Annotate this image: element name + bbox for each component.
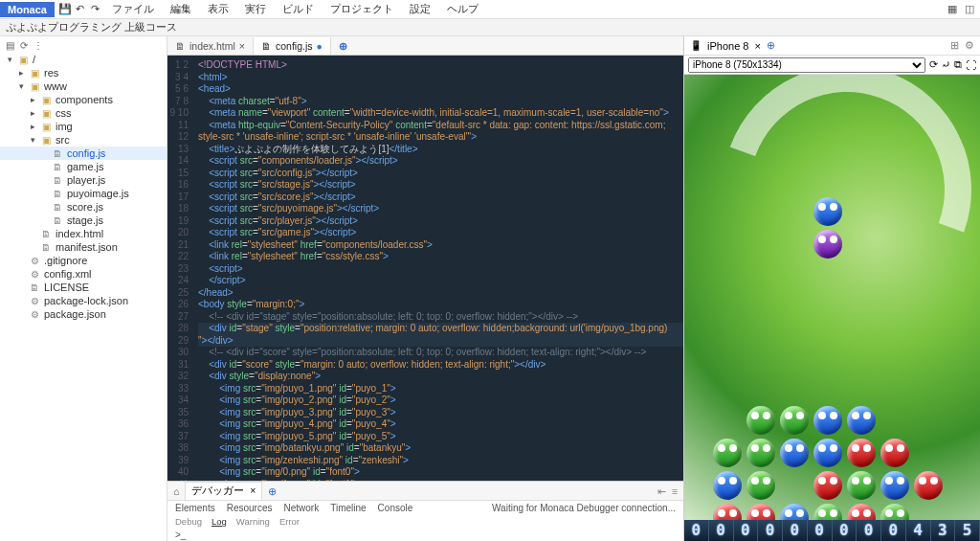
tree-item[interactable]: 🗎player.js: [0, 173, 167, 187]
bottom-panel: ⌂ デバッガー × ⊕ ⇤ ≡ ElementsResourcesNetwork…: [167, 481, 683, 541]
preview-tab-label[interactable]: iPhone 8: [707, 40, 748, 52]
puyo-blue: [780, 439, 809, 467]
tab-add[interactable]: ⊕: [331, 37, 355, 55]
tree-more-icon[interactable]: ⋮: [33, 40, 43, 51]
devtool-tab[interactable]: Network: [284, 503, 320, 513]
tree-item[interactable]: ⚙package.json: [0, 307, 167, 321]
score-digit: 0: [808, 520, 833, 541]
close-icon[interactable]: ×: [250, 485, 256, 496]
settings-icon[interactable]: ⚙: [965, 39, 974, 52]
console-prompt[interactable]: >_: [175, 530, 186, 540]
tree-item[interactable]: 🗎index.html: [0, 227, 167, 240]
tab-config-js[interactable]: 🗎 config.js ●: [254, 37, 331, 55]
panel-menu-icon[interactable]: ≡: [672, 485, 678, 497]
devtool-tab[interactable]: Resources: [227, 503, 273, 513]
puyo-green: [746, 471, 775, 500]
debugger-tab-label: デバッガー: [191, 485, 244, 496]
tree-item[interactable]: ▸▣components: [0, 93, 167, 106]
puyo-green: [746, 406, 775, 435]
score-digit: 0: [881, 520, 906, 541]
puyo-purple: [813, 230, 842, 259]
devtool-tab[interactable]: Timeline: [330, 503, 366, 513]
preview-pane: 📱 iPhone 8 × ⊕ ⊞ ⚙ iPhone 8 (750x1334) ⟳…: [683, 36, 980, 541]
close-icon[interactable]: ×: [754, 40, 760, 52]
device-icon: 📱: [690, 40, 702, 51]
popout-icon[interactable]: ⧉: [954, 58, 962, 71]
fullscreen-icon[interactable]: ⛶: [966, 59, 976, 71]
undo-icon[interactable]: ↶: [74, 3, 87, 16]
preview-viewport[interactable]: 000000000435: [684, 75, 980, 541]
file-icon: 🗎: [175, 40, 186, 52]
tab-index-html[interactable]: 🗎 index.html ×: [167, 37, 254, 55]
menu-settings[interactable]: 設定: [410, 3, 431, 14]
tree-item[interactable]: 🗎puyoimage.js: [0, 187, 167, 200]
menu-help[interactable]: ヘルプ: [447, 3, 479, 14]
menu-run[interactable]: 実行: [245, 3, 266, 14]
devtools-subtabs: DebugLogWarningError: [167, 516, 683, 530]
puyo-red: [813, 471, 842, 500]
score-digit: 3: [931, 520, 956, 541]
device-select[interactable]: iPhone 8 (750x1334): [688, 57, 925, 73]
tree-item[interactable]: ▸▣css: [0, 106, 167, 120]
tree-refresh-icon[interactable]: ⟳: [20, 40, 28, 51]
score-digit: 4: [906, 520, 931, 541]
tree-item[interactable]: ▾▣www: [0, 79, 167, 93]
devtool-subtab[interactable]: Log: [212, 516, 227, 530]
menu-edit[interactable]: 編集: [170, 3, 191, 14]
puyo-blue: [813, 406, 842, 435]
puyo-blue: [813, 197, 842, 226]
tree-item[interactable]: ⚙.gitignore: [0, 254, 167, 267]
devtool-subtab[interactable]: Debug: [175, 516, 202, 530]
tree-item[interactable]: ▾▣/: [0, 53, 167, 66]
project-title: ぷよぷよプログラミング 上級コース: [0, 19, 980, 36]
tree-item[interactable]: ⚙package-lock.json: [0, 294, 167, 307]
panel-collapse-icon[interactable]: ⇤: [657, 485, 666, 497]
layout-icon[interactable]: ⊞: [950, 39, 959, 52]
score-digit: 0: [783, 520, 808, 541]
devtool-subtab[interactable]: Error: [279, 516, 300, 530]
tree-item[interactable]: ⚙config.xml: [0, 267, 167, 281]
home-icon[interactable]: ⌂: [173, 485, 179, 497]
tree-item[interactable]: 🗎manifest.json: [0, 240, 167, 254]
tree-item[interactable]: 🗎stage.js: [0, 214, 167, 227]
puyo-green: [780, 406, 809, 435]
plus-icon[interactable]: ⊕: [339, 40, 347, 52]
tree-item[interactable]: 🗎game.js: [0, 160, 167, 173]
devtool-tab[interactable]: Elements: [175, 503, 215, 513]
tree-item[interactable]: 🗎score.js: [0, 200, 167, 214]
devtool-subtab[interactable]: Warning: [236, 516, 270, 530]
debugger-status: Waiting for Monaca Debugger connection..…: [492, 503, 676, 514]
devtools-tabs: ElementsResourcesNetworkTimelineConsole: [175, 503, 424, 514]
plus-icon[interactable]: ⊕: [268, 485, 277, 497]
rotate-icon[interactable]: ⤾: [942, 58, 950, 71]
puyo-green: [746, 439, 775, 467]
tree-item[interactable]: 🗎LICENSE: [0, 281, 167, 294]
plus-icon[interactable]: ⊕: [767, 39, 775, 52]
menu-project[interactable]: プロジェクト: [330, 3, 393, 14]
devtool-tab[interactable]: Console: [378, 503, 413, 513]
code-body[interactable]: <!DOCTYPE HTML> <html> <head> <meta char…: [192, 56, 683, 481]
file-tree[interactable]: ▤ ⟳ ⋮ ▾▣/▸▣res▾▣www▸▣components▸▣css▸▣im…: [0, 36, 167, 541]
tree-item[interactable]: ▸▣img: [0, 120, 167, 133]
split-icon[interactable]: ◫: [965, 3, 974, 15]
modified-dot-icon[interactable]: ●: [317, 40, 323, 52]
tree-item[interactable]: ▾▣src: [0, 133, 167, 147]
puyo-blue: [813, 439, 842, 467]
menu-file[interactable]: ファイル: [112, 3, 154, 14]
menu-build[interactable]: ビルド: [282, 3, 314, 14]
tree-view-icon[interactable]: ▤: [6, 40, 14, 51]
save-icon[interactable]: 💾: [58, 3, 72, 16]
tree-item[interactable]: 🗎config.js: [0, 147, 167, 160]
tab-label: config.js: [276, 40, 313, 52]
tree-item[interactable]: ▸▣res: [0, 66, 167, 79]
score-digit: 0: [857, 520, 881, 541]
debugger-tab[interactable]: デバッガー ×: [185, 482, 262, 500]
code-editor[interactable]: 1 2 3 4 5 6 7 8 9 10 11 12 13 14 15 16 1…: [167, 56, 683, 481]
close-icon[interactable]: ×: [239, 40, 245, 52]
tab-label: index.html: [189, 40, 235, 52]
menu-view[interactable]: 表示: [208, 3, 229, 14]
layout-icon[interactable]: ▦: [947, 3, 957, 15]
score-digit: 5: [955, 520, 980, 541]
redo-icon[interactable]: ↷: [89, 3, 102, 16]
reload-icon[interactable]: ⟳: [929, 58, 938, 71]
